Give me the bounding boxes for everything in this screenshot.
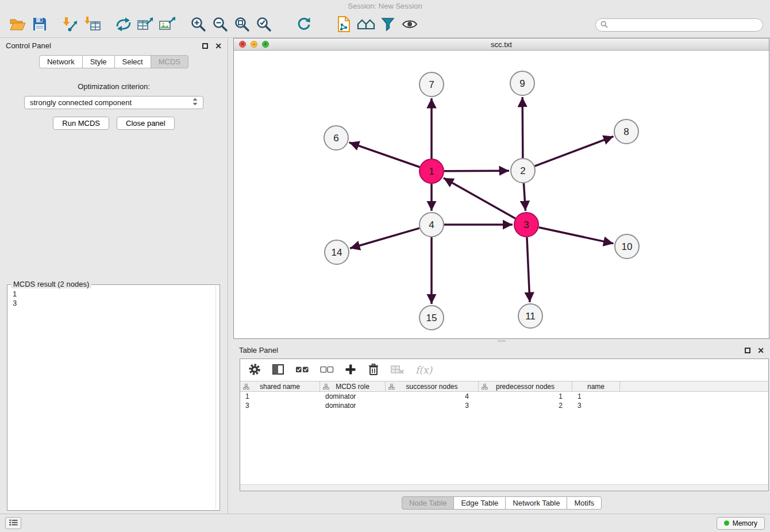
dropdown-value: strongly connected component (30, 98, 132, 107)
tab-network-table[interactable]: Network Table (505, 496, 567, 510)
tab-node-table[interactable]: Node Table (402, 496, 455, 510)
close-panel-icon[interactable]: ✕ (215, 43, 222, 49)
minimize-window-icon[interactable]: − (251, 41, 257, 48)
tab-network[interactable]: Network (39, 55, 83, 68)
edge-4-14[interactable] (350, 228, 419, 248)
edge-1-6[interactable] (349, 142, 420, 167)
import-network-button[interactable] (60, 15, 82, 36)
function-builder-button[interactable]: f(x) (415, 364, 432, 376)
sort-icon (323, 384, 329, 392)
graph-node-15[interactable]: 15 (419, 306, 444, 330)
select-all-columns-button[interactable] (295, 365, 309, 376)
graph-node-8[interactable]: 8 (614, 119, 638, 144)
edge-2-3[interactable] (523, 183, 525, 211)
mcds-result-line: 1 (13, 290, 214, 299)
edge-3-10[interactable] (538, 228, 613, 244)
float-panel-icon[interactable] (202, 43, 208, 49)
export-network-icon (115, 16, 132, 34)
column-header-mcds-role[interactable]: MCDS role (320, 381, 386, 391)
save-session-button[interactable] (29, 15, 51, 36)
tab-motifs[interactable]: Motifs (567, 496, 602, 510)
network-window-titlebar[interactable]: ✕ − + scc.txt (234, 38, 769, 51)
edge-2-9[interactable] (522, 97, 523, 158)
houses-icon (357, 17, 375, 33)
graph-node-2[interactable]: 2 (511, 159, 535, 183)
eye-icon (402, 18, 418, 32)
edge-3-1[interactable] (444, 178, 515, 218)
table-panel-title: Table Panel (239, 346, 278, 354)
clone-network-button[interactable] (333, 15, 355, 36)
graph-node-7[interactable]: 7 (419, 72, 444, 97)
graph-node-3[interactable]: 3 (514, 213, 538, 237)
splitter-grip-icon (498, 340, 506, 342)
delete-table-button[interactable] (391, 364, 405, 376)
table-row[interactable]: 1 dominator 4 1 1 (240, 392, 768, 401)
search-box[interactable] (595, 18, 763, 32)
table-settings-button[interactable] (248, 363, 261, 377)
open-session-button[interactable] (7, 15, 29, 36)
table-row[interactable]: 3 dominator 3 2 3 (240, 401, 768, 410)
show-columns-button[interactable] (272, 363, 284, 377)
export-image-button[interactable] (156, 15, 178, 36)
zoom-fit-button[interactable] (231, 15, 253, 36)
export-table-button[interactable] (134, 15, 156, 36)
zoom-out-button[interactable] (209, 15, 231, 36)
edge-3-11[interactable] (527, 237, 530, 302)
column-header-shared-name[interactable]: shared name (240, 381, 320, 391)
task-history-button[interactable] (5, 517, 21, 529)
table-horizontal-scrollbar[interactable] (240, 484, 768, 491)
zoom-in-icon (190, 16, 206, 34)
graph-node-14[interactable]: 14 (325, 240, 349, 264)
import-table-button[interactable] (82, 15, 103, 36)
columns-icon (272, 363, 284, 377)
graph-node-1[interactable]: 1 (419, 159, 444, 183)
svg-text:11: 11 (525, 311, 536, 322)
memory-button[interactable]: Memory (717, 517, 765, 530)
search-input[interactable] (611, 21, 758, 29)
zoom-in-button[interactable] (187, 15, 209, 36)
create-column-button[interactable] (345, 364, 356, 377)
optimization-criterion-select[interactable]: strongly connected component (24, 96, 203, 109)
zoom-selected-button[interactable] (253, 15, 275, 36)
result-scrollbar[interactable] (215, 286, 216, 509)
tab-mcds[interactable]: MCDS (151, 55, 188, 68)
open-folder-icon (9, 17, 26, 33)
network-analyzer-button[interactable] (355, 15, 377, 36)
export-table-icon (137, 16, 154, 34)
graph-node-11[interactable]: 11 (518, 304, 542, 328)
import-network-icon (62, 16, 79, 34)
column-header-filler (620, 381, 768, 391)
column-header-predecessor-nodes[interactable]: predecessor nodes (479, 381, 572, 391)
control-panel-header: Control Panel ✕ (0, 38, 228, 53)
filter-button[interactable] (377, 15, 399, 36)
delete-column-button[interactable] (367, 363, 380, 377)
deselect-all-columns-button[interactable] (320, 365, 334, 376)
graph-node-6[interactable]: 6 (324, 126, 348, 150)
svg-text:4: 4 (429, 219, 434, 230)
show-hide-button[interactable] (399, 15, 421, 36)
tab-style[interactable]: Style (82, 55, 115, 68)
status-bar: Memory (0, 514, 770, 532)
float-table-panel-icon[interactable] (745, 348, 750, 353)
export-network-button[interactable] (113, 15, 134, 36)
close-window-icon[interactable]: ✕ (239, 41, 246, 48)
network-canvas[interactable]: 7968124314101511 (234, 51, 769, 338)
graph-node-9[interactable]: 9 (510, 71, 534, 95)
run-mcds-button[interactable]: Run MCDS (53, 117, 109, 130)
svg-text:14: 14 (332, 247, 342, 258)
tab-edge-table[interactable]: Edge Table (453, 496, 506, 510)
close-table-panel-icon[interactable]: ✕ (757, 348, 764, 353)
maximize-window-icon[interactable]: + (262, 41, 269, 48)
mcds-result-lines: 1 3 (7, 285, 220, 313)
tab-select[interactable]: Select (114, 55, 151, 68)
edge-2-8[interactable] (535, 136, 614, 166)
close-panel-button[interactable]: Close panel (117, 117, 175, 130)
graph-node-10[interactable]: 10 (615, 234, 639, 259)
filter-icon (380, 17, 395, 33)
edge-1-2[interactable] (444, 171, 509, 171)
column-header-successor-nodes[interactable]: successor nodes (386, 381, 479, 391)
column-header-name[interactable]: name (572, 381, 620, 391)
cell-successor-nodes: 4 (386, 392, 479, 400)
graph-node-4[interactable]: 4 (419, 213, 444, 237)
refresh-button[interactable] (293, 15, 315, 36)
